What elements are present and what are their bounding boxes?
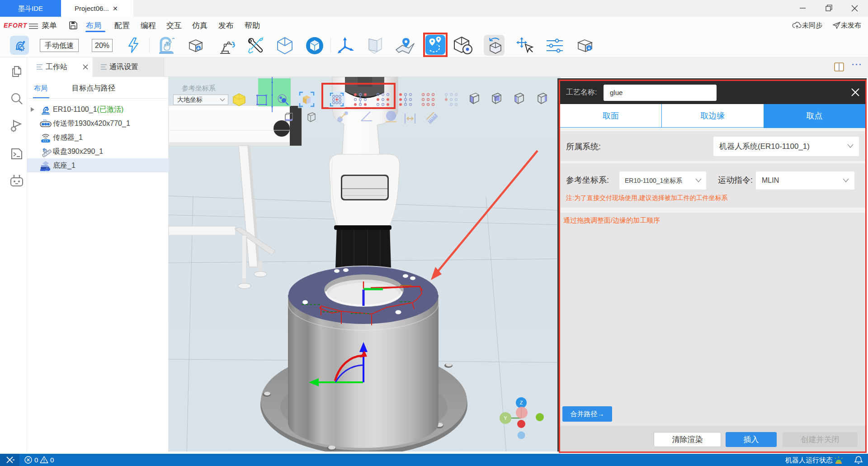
svg-text:Y: Y — [504, 415, 507, 421]
svg-text:Z: Z — [520, 400, 523, 405]
